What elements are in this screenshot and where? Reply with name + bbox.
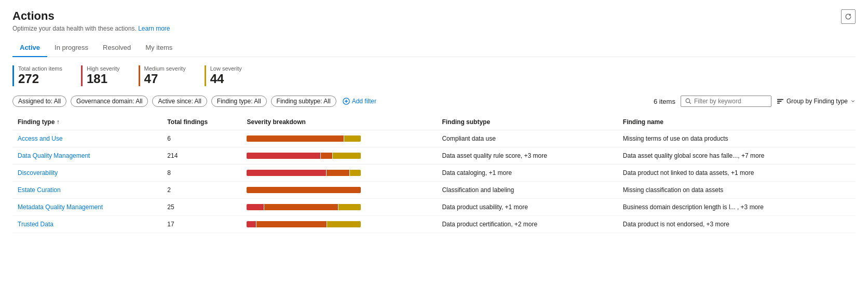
table-row: Access and Use6Compliant data useMissing… <box>12 130 856 147</box>
toolbar-right: 6 items Group by Finding type <box>654 96 856 107</box>
tab-myitems[interactable]: My items <box>138 39 180 57</box>
finding-type-link[interactable]: Trusted Data <box>18 221 53 228</box>
finding-type-link[interactable]: Data Quality Management <box>18 152 90 159</box>
learn-more-link[interactable]: Learn more <box>138 25 170 32</box>
stats-row: Total action items 272 High severity 181… <box>12 65 856 86</box>
stat-total: Total action items 272 <box>12 65 62 86</box>
finding-type-link[interactable]: Discoverability <box>18 169 58 176</box>
filter-active-since[interactable]: Active since: All <box>152 96 207 107</box>
finding-subtype-cell: Compliant data use <box>437 130 617 147</box>
severity-bar <box>247 221 361 227</box>
page-subtitle: Optimize your data health with these act… <box>12 25 856 32</box>
table-row: Data Quality Management214Data asset qua… <box>12 147 856 165</box>
filters-row: Assigned to: All Governance domain: All … <box>12 96 856 107</box>
findings-table: Finding type ↑ Total findings Severity b… <box>12 114 856 233</box>
stat-low-value: 44 <box>210 72 242 86</box>
bar-segment <box>247 187 361 193</box>
table-row: Discoverability8Data cataloging, +1 more… <box>12 165 856 182</box>
severity-bar <box>247 135 361 142</box>
refresh-icon <box>845 13 852 20</box>
filter-finding-subtype[interactable]: Finding subtype: All <box>271 96 336 107</box>
search-input[interactable] <box>694 98 767 105</box>
col-total-findings[interactable]: Total findings <box>162 114 241 130</box>
stat-high-value: 181 <box>87 72 120 86</box>
bar-segment <box>256 221 327 227</box>
severity-bar-cell <box>241 165 437 182</box>
bar-segment <box>327 170 349 176</box>
chevron-down-icon <box>850 99 856 104</box>
search-box[interactable] <box>681 96 771 107</box>
severity-bar-cell <box>241 182 437 199</box>
total-findings-cell: 6 <box>162 130 241 147</box>
bar-segment <box>344 135 361 142</box>
severity-bar <box>247 153 361 159</box>
finding-type-link[interactable]: Estate Curation <box>18 186 61 194</box>
severity-bar <box>247 170 361 176</box>
stat-medium-value: 47 <box>144 72 186 86</box>
severity-bar-cell <box>241 130 437 147</box>
severity-bar <box>247 204 361 210</box>
finding-name-cell: Data product is not endorsed, +3 more <box>618 216 856 233</box>
finding-name-cell: Missing classification on data assets <box>618 182 856 199</box>
finding-subtype-cell: Data product usability, +1 more <box>437 199 617 216</box>
add-filter-button[interactable]: Add filter <box>343 98 376 105</box>
tab-bar: Active In progress Resolved My items <box>12 39 856 57</box>
total-findings-cell: 2 <box>162 182 241 199</box>
stat-high: High severity 181 <box>81 65 120 86</box>
finding-name-cell: Data asset quality global score has fall… <box>618 147 856 165</box>
col-severity-breakdown[interactable]: Severity breakdown <box>241 114 437 130</box>
table-header-row: Finding type ↑ Total findings Severity b… <box>12 114 856 130</box>
add-filter-label: Add filter <box>352 98 376 105</box>
bar-segment <box>264 204 338 210</box>
finding-name-cell: Data product not linked to data assets, … <box>618 165 856 182</box>
filter-governance[interactable]: Governance domain: All <box>71 96 148 107</box>
stat-high-label: High severity <box>87 65 120 72</box>
group-by-label: Group by Finding type <box>786 98 848 105</box>
add-filter-icon <box>343 98 350 105</box>
finding-name-cell: Missing terms of use on data products <box>618 130 856 147</box>
total-findings-cell: 214 <box>162 147 241 165</box>
finding-subtype-cell: Data asset quality rule score, +3 more <box>437 147 617 165</box>
bar-segment <box>338 204 361 210</box>
svg-line-2 <box>689 102 691 104</box>
col-finding-type[interactable]: Finding type ↑ <box>12 114 162 130</box>
stat-medium-label: Medium severity <box>144 65 186 72</box>
severity-bar-cell <box>241 147 437 165</box>
col-finding-name[interactable]: Finding name <box>618 114 856 130</box>
svg-rect-4 <box>777 101 782 102</box>
svg-rect-3 <box>777 99 783 100</box>
bar-segment <box>321 153 332 159</box>
finding-subtype-cell: Data product certification, +2 more <box>437 216 617 233</box>
group-by-icon <box>777 98 784 105</box>
finding-name-cell: Business domain description length is l.… <box>618 199 856 216</box>
bar-segment <box>247 170 326 176</box>
bar-segment <box>247 221 255 227</box>
refresh-button[interactable] <box>841 9 856 24</box>
finding-type-link[interactable]: Access and Use <box>18 135 63 142</box>
table-row: Trusted Data17Data product certification… <box>12 216 856 233</box>
items-count: 6 items <box>654 98 675 105</box>
svg-rect-5 <box>777 103 780 104</box>
finding-type-link[interactable]: Metadata Quality Management <box>18 203 103 211</box>
severity-bar-cell <box>241 216 437 233</box>
bar-segment <box>327 221 361 227</box>
filter-finding-type[interactable]: Finding type: All <box>211 96 267 107</box>
severity-bar <box>247 187 361 193</box>
table-row: Metadata Quality Management25Data produc… <box>12 199 856 216</box>
finding-subtype-cell: Classification and labeling <box>437 182 617 199</box>
finding-subtype-cell: Data cataloging, +1 more <box>437 165 617 182</box>
stat-medium: Medium severity 47 <box>139 65 186 86</box>
col-finding-subtype[interactable]: Finding subtype <box>437 114 617 130</box>
severity-bar-cell <box>241 199 437 216</box>
filter-assigned[interactable]: Assigned to: All <box>12 96 66 107</box>
tab-inprogress[interactable]: In progress <box>47 39 96 57</box>
group-by-button[interactable]: Group by Finding type <box>777 98 856 105</box>
tab-active[interactable]: Active <box>12 39 47 57</box>
stat-low: Low severity 44 <box>205 65 242 86</box>
stat-total-value: 272 <box>18 72 62 86</box>
total-findings-cell: 17 <box>162 216 241 233</box>
bar-segment <box>333 153 361 159</box>
tab-resolved[interactable]: Resolved <box>96 39 138 57</box>
bar-segment <box>247 153 320 159</box>
search-icon <box>685 98 691 104</box>
